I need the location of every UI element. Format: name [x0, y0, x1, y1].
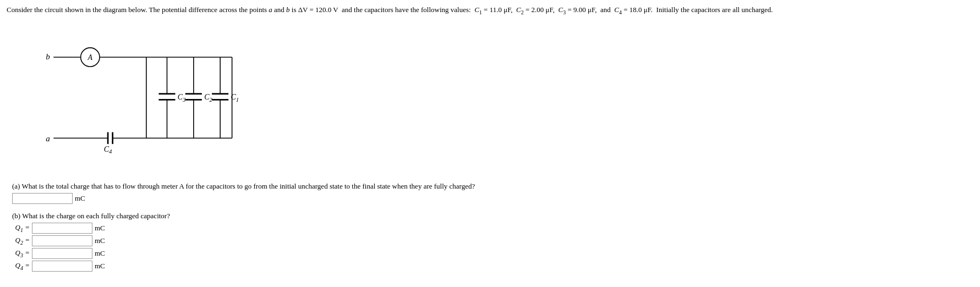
q1-unit: mC [95, 224, 105, 233]
question-a-unit: mC [75, 194, 85, 203]
circuit-diagram: b a A C4 [40, 17, 271, 176]
q1-label: Q1 = [12, 223, 30, 233]
question-b-row-q4: Q4 = mC [12, 261, 973, 272]
question-b-row-q3: Q3 = mC [12, 248, 973, 259]
question-a-answer-row: mC [12, 193, 973, 204]
q4-label: Q4 = [12, 261, 30, 271]
q4-unit: mC [95, 262, 105, 271]
problem-statement: Consider the circuit shown in the diagra… [7, 4, 973, 17]
q3-unit: mC [95, 249, 105, 258]
q3-input[interactable] [32, 248, 92, 259]
questions-section: (a) What is the total charge that has to… [12, 182, 973, 272]
c1-label: C1 [231, 93, 239, 102]
question-b-block: (b) What is the charge on each fully cha… [12, 212, 973, 272]
q2-unit: mC [95, 236, 105, 245]
question-a-block: (a) What is the total charge that has to… [12, 182, 973, 204]
question-a-input[interactable] [12, 193, 73, 204]
q3-label: Q3 = [12, 249, 30, 258]
q2-label: Q2 = [12, 236, 30, 246]
question-a-text: (a) What is the total charge that has to… [12, 182, 973, 191]
node-b-label: b [46, 52, 50, 61]
c2-label: C2 [204, 93, 212, 102]
question-b-row-q2: Q2 = mC [12, 235, 973, 246]
c3-label: C3 [178, 93, 186, 102]
c4-label: C4 [104, 145, 112, 154]
meter-label: A [87, 53, 93, 62]
question-b-text: (b) What is the charge on each fully cha… [12, 212, 973, 220]
q1-input[interactable] [32, 223, 92, 234]
q2-input[interactable] [32, 235, 92, 246]
node-a-label: a [46, 134, 50, 142]
question-b-row-q1: Q1 = mC [12, 223, 973, 234]
q4-input[interactable] [32, 261, 92, 272]
